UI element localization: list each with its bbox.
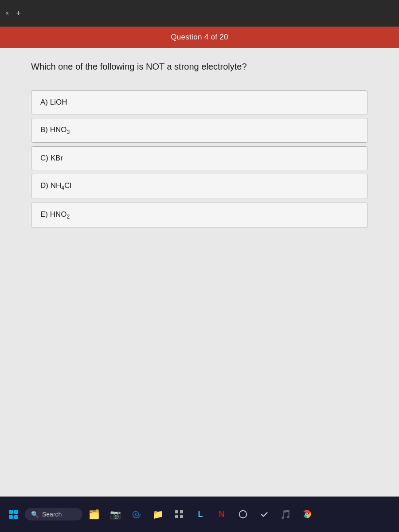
cortana-button[interactable] <box>233 505 253 524</box>
svg-rect-3 <box>180 515 183 518</box>
folder-button[interactable]: 📁 <box>148 505 168 524</box>
question-header: Question 4 of 20 <box>0 27 399 48</box>
browser-content: Question 4 of 20 Which one of the follow… <box>0 27 399 497</box>
start-button[interactable] <box>4 505 23 524</box>
choice-e[interactable]: E) HNO2 <box>31 203 368 227</box>
media-player-icon: 📷 <box>110 509 121 520</box>
svg-rect-1 <box>180 510 183 513</box>
choices-container: A) LiOH B) HNO3 C) KBr D) NH4Cl E) HNO2 <box>0 82 399 241</box>
search-icon: 🔍 <box>31 511 39 518</box>
search-label: Search <box>42 511 62 518</box>
edge-icon <box>132 509 141 519</box>
tab-add-button[interactable]: + <box>16 9 21 18</box>
chrome-icon <box>302 509 312 519</box>
taskbar: 🔍 Search 🗂️ 📷 📁 L N <box>0 497 399 532</box>
letter-l-icon: L <box>198 510 203 519</box>
music-button[interactable]: 🎵 <box>276 505 295 524</box>
file-explorer-button[interactable]: 🗂️ <box>84 505 104 524</box>
file-explorer-icon: 🗂️ <box>89 509 100 520</box>
circle-icon <box>238 509 248 519</box>
choice-b[interactable]: B) HNO3 <box>31 118 368 143</box>
edge-browser-button[interactable] <box>127 505 146 524</box>
svg-rect-2 <box>175 515 178 518</box>
svg-point-4 <box>239 511 247 518</box>
windows-logo-icon <box>9 510 18 519</box>
question-text: Which one of the following is NOT a stro… <box>0 48 399 82</box>
letter-n-button[interactable]: N <box>212 505 231 524</box>
media-player-button[interactable]: 📷 <box>106 505 125 524</box>
choice-d[interactable]: D) NH4Cl <box>31 174 368 199</box>
svg-point-8 <box>306 513 308 516</box>
letter-n-icon: N <box>219 510 225 519</box>
choice-c[interactable]: C) KBr <box>31 146 368 170</box>
browser-tab-bar: × + <box>0 0 399 27</box>
letter-l-button[interactable]: L <box>191 505 210 524</box>
tab-close-button[interactable]: × <box>5 10 9 17</box>
apps-grid-button[interactable] <box>169 505 189 524</box>
music-icon: 🎵 <box>280 509 291 520</box>
choice-a[interactable]: A) LiOH <box>31 90 368 114</box>
question-counter: Question 4 of 20 <box>171 33 228 41</box>
svg-rect-0 <box>175 510 178 513</box>
checkmark-button[interactable] <box>254 505 274 524</box>
apps-grid-icon <box>175 510 184 519</box>
chrome-button[interactable] <box>297 505 317 524</box>
taskbar-search[interactable]: 🔍 Search <box>25 508 82 520</box>
checkmark-icon <box>259 509 269 519</box>
folder-icon: 📁 <box>153 509 164 520</box>
